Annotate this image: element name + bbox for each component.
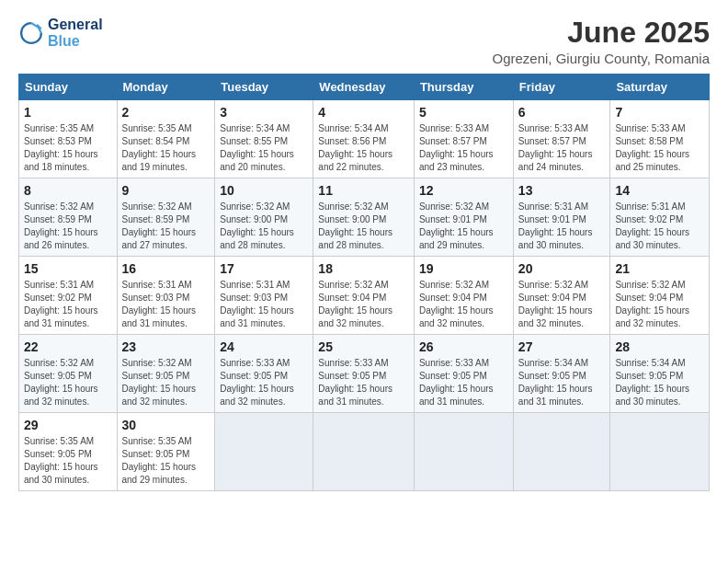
day-info: Sunrise: 5:33 AM Sunset: 8:57 PM Dayligh…: [419, 122, 508, 174]
calendar-weekday-wednesday: Wednesday: [313, 75, 415, 100]
day-info: Sunrise: 5:32 AM Sunset: 9:01 PM Dayligh…: [419, 201, 508, 252]
header: General Blue June 2025 Ogrezeni, Giurgiu…: [18, 17, 710, 66]
calendar-cell: [313, 412, 415, 490]
calendar-header-row: SundayMondayTuesdayWednesdayThursdayFrid…: [19, 75, 710, 100]
title-block: June 2025 Ogrezeni, Giurgiu County, Roma…: [493, 17, 711, 66]
calendar-cell: 1Sunrise: 5:35 AM Sunset: 8:53 PM Daylig…: [19, 100, 118, 178]
calendar-cell: 15Sunrise: 5:31 AM Sunset: 9:02 PM Dayli…: [19, 256, 118, 334]
calendar-cell: 18Sunrise: 5:32 AM Sunset: 9:04 PM Dayli…: [313, 256, 415, 334]
calendar-weekday-tuesday: Tuesday: [215, 75, 313, 100]
day-info: Sunrise: 5:32 AM Sunset: 8:59 PM Dayligh…: [24, 201, 112, 252]
calendar-cell: 8Sunrise: 5:32 AM Sunset: 8:59 PM Daylig…: [19, 178, 118, 257]
day-number: 3: [220, 104, 308, 121]
day-number: 13: [518, 182, 606, 200]
logo: General Blue: [18, 17, 103, 51]
subtitle: Ogrezeni, Giurgiu County, Romania: [493, 51, 711, 66]
main-title: June 2025: [493, 17, 711, 49]
calendar-cell: 3Sunrise: 5:34 AM Sunset: 8:55 PM Daylig…: [215, 100, 313, 178]
calendar-cell: 16Sunrise: 5:31 AM Sunset: 9:03 PM Dayli…: [117, 256, 215, 334]
calendar-cell: 5Sunrise: 5:33 AM Sunset: 8:57 PM Daylig…: [414, 100, 513, 178]
day-info: Sunrise: 5:35 AM Sunset: 8:53 PM Dayligh…: [24, 122, 112, 174]
day-info: Sunrise: 5:31 AM Sunset: 9:03 PM Dayligh…: [122, 279, 210, 330]
calendar-cell: 11Sunrise: 5:32 AM Sunset: 9:00 PM Dayli…: [313, 178, 415, 257]
day-info: Sunrise: 5:32 AM Sunset: 9:04 PM Dayligh…: [419, 279, 508, 330]
day-number: 1: [24, 104, 112, 121]
day-info: Sunrise: 5:33 AM Sunset: 9:05 PM Dayligh…: [318, 357, 409, 408]
calendar-cell: 30Sunrise: 5:35 AM Sunset: 9:05 PM Dayli…: [117, 412, 215, 490]
calendar-cell: 27Sunrise: 5:34 AM Sunset: 9:05 PM Dayli…: [513, 334, 610, 412]
day-info: Sunrise: 5:34 AM Sunset: 8:55 PM Dayligh…: [220, 122, 308, 174]
calendar-cell: 22Sunrise: 5:32 AM Sunset: 9:05 PM Dayli…: [19, 334, 118, 412]
day-info: Sunrise: 5:31 AM Sunset: 9:02 PM Dayligh…: [615, 201, 704, 252]
calendar-cell: [215, 412, 313, 490]
day-number: 11: [318, 182, 409, 200]
calendar-weekday-friday: Friday: [513, 75, 610, 100]
day-info: Sunrise: 5:32 AM Sunset: 9:05 PM Dayligh…: [122, 357, 210, 408]
day-info: Sunrise: 5:32 AM Sunset: 9:04 PM Dayligh…: [318, 279, 409, 330]
day-number: 27: [518, 339, 606, 356]
day-number: 2: [122, 104, 210, 121]
calendar-cell: 23Sunrise: 5:32 AM Sunset: 9:05 PM Dayli…: [117, 334, 215, 412]
day-number: 9: [122, 182, 210, 200]
calendar-cell: 28Sunrise: 5:34 AM Sunset: 9:05 PM Dayli…: [610, 334, 710, 412]
calendar-cell: 20Sunrise: 5:32 AM Sunset: 9:04 PM Dayli…: [513, 256, 610, 334]
day-info: Sunrise: 5:32 AM Sunset: 9:00 PM Dayligh…: [318, 201, 409, 252]
calendar-cell: [414, 412, 513, 490]
calendar-cell: 25Sunrise: 5:33 AM Sunset: 9:05 PM Dayli…: [313, 334, 415, 412]
calendar-cell: 2Sunrise: 5:35 AM Sunset: 8:54 PM Daylig…: [117, 100, 215, 178]
day-info: Sunrise: 5:33 AM Sunset: 9:05 PM Dayligh…: [419, 357, 508, 408]
day-info: Sunrise: 5:32 AM Sunset: 8:59 PM Dayligh…: [122, 201, 210, 252]
day-number: 25: [318, 339, 409, 356]
day-number: 4: [318, 104, 409, 121]
calendar-cell: 7Sunrise: 5:33 AM Sunset: 8:58 PM Daylig…: [610, 100, 710, 178]
calendar-cell: 17Sunrise: 5:31 AM Sunset: 9:03 PM Dayli…: [215, 256, 313, 334]
calendar-cell: [610, 412, 710, 490]
day-info: Sunrise: 5:35 AM Sunset: 9:05 PM Dayligh…: [122, 435, 210, 487]
day-info: Sunrise: 5:31 AM Sunset: 9:03 PM Dayligh…: [220, 279, 308, 330]
calendar-week-row: 29Sunrise: 5:35 AM Sunset: 9:05 PM Dayli…: [19, 412, 710, 490]
day-info: Sunrise: 5:35 AM Sunset: 8:54 PM Dayligh…: [122, 122, 210, 174]
day-info: Sunrise: 5:32 AM Sunset: 9:04 PM Dayligh…: [518, 279, 606, 330]
day-number: 15: [24, 260, 112, 278]
day-number: 21: [615, 260, 704, 278]
day-number: 12: [419, 182, 508, 200]
calendar-cell: 14Sunrise: 5:31 AM Sunset: 9:02 PM Dayli…: [610, 178, 710, 257]
day-number: 10: [220, 182, 308, 200]
calendar-cell: 24Sunrise: 5:33 AM Sunset: 9:05 PM Dayli…: [215, 334, 313, 412]
calendar-week-row: 22Sunrise: 5:32 AM Sunset: 9:05 PM Dayli…: [19, 334, 710, 412]
day-info: Sunrise: 5:33 AM Sunset: 8:58 PM Dayligh…: [615, 122, 704, 174]
calendar-cell: 6Sunrise: 5:33 AM Sunset: 8:57 PM Daylig…: [513, 100, 610, 178]
calendar-cell: 21Sunrise: 5:32 AM Sunset: 9:04 PM Dayli…: [610, 256, 710, 334]
day-info: Sunrise: 5:34 AM Sunset: 9:05 PM Dayligh…: [615, 357, 704, 408]
calendar-cell: [513, 412, 610, 490]
day-info: Sunrise: 5:31 AM Sunset: 9:02 PM Dayligh…: [24, 279, 112, 330]
day-number: 24: [220, 339, 308, 356]
day-info: Sunrise: 5:32 AM Sunset: 9:05 PM Dayligh…: [24, 357, 112, 408]
day-info: Sunrise: 5:32 AM Sunset: 9:00 PM Dayligh…: [220, 201, 308, 252]
day-number: 22: [24, 339, 112, 356]
calendar-cell: 10Sunrise: 5:32 AM Sunset: 9:00 PM Dayli…: [215, 178, 313, 257]
calendar-weekday-saturday: Saturday: [610, 75, 710, 100]
logo-icon: [18, 20, 44, 46]
day-number: 14: [615, 182, 704, 200]
day-number: 23: [122, 339, 210, 356]
calendar-cell: 9Sunrise: 5:32 AM Sunset: 8:59 PM Daylig…: [117, 178, 215, 257]
calendar-week-row: 15Sunrise: 5:31 AM Sunset: 9:02 PM Dayli…: [19, 256, 710, 334]
day-number: 20: [518, 260, 606, 278]
calendar-cell: 26Sunrise: 5:33 AM Sunset: 9:05 PM Dayli…: [414, 334, 513, 412]
day-number: 17: [220, 260, 308, 278]
calendar-cell: 29Sunrise: 5:35 AM Sunset: 9:05 PM Dayli…: [19, 412, 118, 490]
calendar-weekday-sunday: Sunday: [19, 75, 118, 100]
calendar-cell: 12Sunrise: 5:32 AM Sunset: 9:01 PM Dayli…: [414, 178, 513, 257]
day-info: Sunrise: 5:31 AM Sunset: 9:01 PM Dayligh…: [518, 201, 606, 252]
calendar-cell: 13Sunrise: 5:31 AM Sunset: 9:01 PM Dayli…: [513, 178, 610, 257]
calendar-cell: 19Sunrise: 5:32 AM Sunset: 9:04 PM Dayli…: [414, 256, 513, 334]
day-number: 30: [122, 417, 210, 434]
calendar-cell: 4Sunrise: 5:34 AM Sunset: 8:56 PM Daylig…: [313, 100, 415, 178]
day-number: 7: [615, 104, 704, 121]
logo-text: General Blue: [48, 17, 103, 51]
calendar-table: SundayMondayTuesdayWednesdayThursdayFrid…: [18, 74, 710, 490]
calendar-week-row: 8Sunrise: 5:32 AM Sunset: 8:59 PM Daylig…: [19, 178, 710, 257]
day-number: 19: [419, 260, 508, 278]
day-info: Sunrise: 5:34 AM Sunset: 8:56 PM Dayligh…: [318, 122, 409, 174]
